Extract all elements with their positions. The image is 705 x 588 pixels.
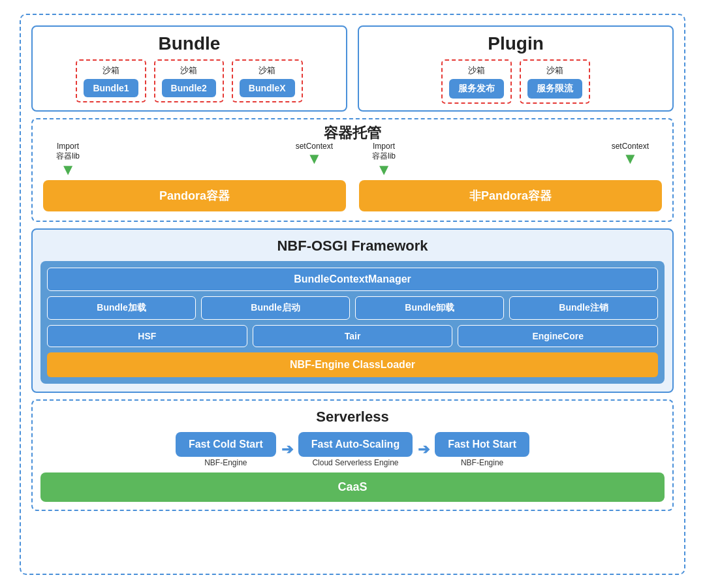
plugin1-box: 服务发布 (449, 79, 504, 99)
hsf-box: HSF (47, 325, 247, 347)
bundle2-sandbox: 沙箱 Bundle2 (154, 59, 224, 102)
plugin2-sandbox-label: 沙箱 (546, 65, 563, 76)
serverless-inner: Fast Cold Start NBF-Engine ➔ Fast Auto-S… (40, 432, 665, 502)
non-pandora-setcontext-arrow-icon: ▼ (622, 151, 638, 166)
container-title: 容器托管 (324, 123, 381, 143)
non-pandora-down-arrow-icon: ▼ (376, 162, 392, 178)
fast-cold-start-box: Fast Cold Start (176, 432, 276, 457)
fast-cold-start-label: NBF-Engine (204, 458, 247, 467)
fast-auto-scaling-item: Fast Auto-Scaling Cloud Serverless Engin… (298, 432, 413, 467)
bundle2-box: Bundle2 (162, 79, 216, 97)
bundleX-sandbox: 沙箱 BundleX (232, 59, 303, 102)
container-section: 容器托管 Import 容器lib ▼ setContext ▼ Pandora… (31, 118, 674, 222)
pandora-container-box: Pandora容器 (43, 180, 346, 211)
engine-loader-box: NBF-Engine ClassLoader (47, 352, 658, 377)
container-inner: Import 容器lib ▼ setContext ▼ Pandora容器 Im… (43, 142, 662, 211)
bundle1-sandbox: 沙箱 Bundle1 (76, 59, 146, 102)
caas-box: CaaS (40, 472, 665, 502)
bundle-cancel-box: Bundle注销 (509, 296, 658, 320)
bundle-title: Bundle (39, 33, 339, 54)
plugin2-box: 服务限流 (527, 79, 582, 99)
non-pandora-setcontext-label: setContext ▼ (612, 142, 649, 178)
non-pandora-import-label: Import 容器lib ▼ (372, 142, 396, 178)
bundleX-box: BundleX (240, 79, 295, 97)
bundle-section: Bundle 沙箱 Bundle1 沙箱 Bundle2 沙箱 BundleX (31, 25, 347, 112)
pandora-setcontext-label: setContext ▼ (296, 142, 333, 178)
pandora-container-left: Import 容器lib ▼ setContext ▼ Pandora容器 (43, 142, 346, 211)
bundle1-sandbox-label: 沙箱 (102, 65, 119, 76)
bundle-ops-row: Bundle加载 Bundle启动 Bundle卸载 Bundle注销 (47, 296, 658, 320)
bundle1-box: Bundle1 (84, 79, 138, 97)
plugin-sandbox-row: 沙箱 服务发布 沙箱 服务限流 (366, 59, 666, 104)
bcm-box: BundleContextManager (47, 268, 658, 291)
pandora-import-label: Import 容器lib ▼ (56, 142, 80, 178)
fast-hot-start-item: Fast Hot Start NBF-Engine (435, 432, 529, 467)
main-container: Bundle 沙箱 Bundle1 沙箱 Bundle2 沙箱 BundleX … (20, 14, 685, 575)
bundle-start-box: Bundle启动 (201, 296, 350, 320)
arrow-auto-to-hot-icon: ➔ (418, 441, 430, 458)
fast-auto-scaling-box: Fast Auto-Scaling (298, 432, 413, 457)
bundle2-sandbox-label: 沙箱 (180, 65, 197, 76)
plugin1-sandbox: 沙箱 服务发布 (441, 59, 512, 104)
enginecore-box: EngineCore (458, 325, 658, 347)
pandora-setcontext-arrow-icon: ▼ (306, 151, 322, 166)
fast-auto-scaling-label: Cloud Serverless Engine (312, 458, 398, 467)
bundle-sandbox-row: 沙箱 Bundle1 沙箱 Bundle2 沙箱 BundleX (39, 59, 339, 102)
fast-hot-start-box: Fast Hot Start (435, 432, 529, 457)
nbf-inner: BundleContextManager Bundle加载 Bundle启动 B… (40, 261, 665, 384)
serverless-title: Serverless (40, 409, 665, 426)
fast-cold-start-item: Fast Cold Start NBF-Engine (176, 432, 276, 467)
serverless-section: Serverless Fast Cold Start NBF-Engine ➔ … (31, 399, 674, 511)
plugin1-sandbox-label: 沙箱 (468, 65, 485, 76)
bundleX-sandbox-label: 沙箱 (258, 65, 275, 76)
non-pandora-container-right: Import 容器lib ▼ setContext ▼ 非Pandora容器 (359, 142, 662, 211)
pandora-arrow-area: Import 容器lib ▼ setContext ▼ (43, 142, 346, 178)
start-row: Fast Cold Start NBF-Engine ➔ Fast Auto-S… (40, 432, 665, 467)
plugin-title: Plugin (366, 33, 666, 54)
nbf-section: NBF-OSGI Framework BundleContextManager … (31, 228, 674, 393)
non-pandora-arrow-area: Import 容器lib ▼ setContext ▼ (359, 142, 662, 178)
tair-box: Tair (253, 325, 453, 347)
plugin2-sandbox: 沙箱 服务限流 (520, 59, 590, 104)
services-row: HSF Tair EngineCore (47, 325, 658, 347)
nbf-title: NBF-OSGI Framework (40, 238, 665, 255)
bundle-unload-box: Bundle卸载 (355, 296, 504, 320)
bundle-load-box: Bundle加载 (47, 296, 196, 320)
pandora-down-arrow-icon: ▼ (60, 162, 76, 178)
non-pandora-container-box: 非Pandora容器 (359, 180, 662, 211)
plugin-section: Plugin 沙箱 服务发布 沙箱 服务限流 (358, 25, 674, 112)
fast-hot-start-label: NBF-Engine (461, 458, 503, 467)
arrow-cold-to-auto-icon: ➔ (281, 441, 293, 458)
